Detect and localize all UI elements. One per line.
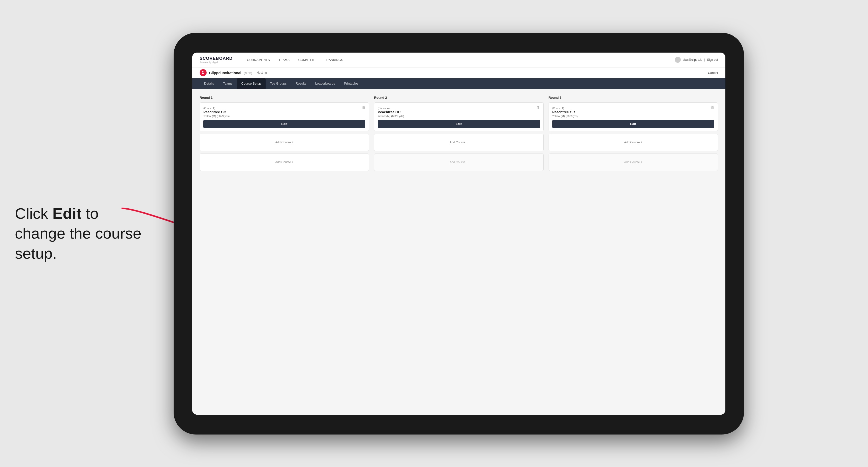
round-3-delete-icon[interactable]: 🗑 <box>710 105 715 110</box>
round-1-course-name: Peachtree GC <box>204 110 365 114</box>
round-3-add-course-label-2: Add Course + <box>624 160 642 164</box>
round-3-course-card: (Course A) Peachtree GC Yellow (M) (6629… <box>549 102 718 131</box>
annotation-bold: Edit <box>53 205 82 222</box>
round-3-add-course-1[interactable]: Add Course + <box>549 134 718 151</box>
nav-teams[interactable]: TEAMS <box>279 58 290 62</box>
tournament-info: C Clippd Invitational (Men) Hosting <box>199 69 267 76</box>
tab-details[interactable]: Details <box>199 79 218 89</box>
tournament-name: Clippd Invitational <box>209 71 241 75</box>
annotation-prefix: Click <box>15 205 53 222</box>
round-3-add-course-2: Add Course + <box>549 154 718 171</box>
round-3-edit-button[interactable]: Edit <box>552 120 714 128</box>
annotation-text: Click Edit to change the course setup. <box>15 204 144 263</box>
round-2-course-label: (Course A) <box>378 107 390 110</box>
tab-teams[interactable]: Teams <box>218 79 237 89</box>
round-3-course-label: (Course A) <box>552 107 564 110</box>
tablet-screen: SCOREBOARD Powered by clippd TOURNAMENTS… <box>192 53 725 415</box>
round-1-add-course-label-1: Add Course + <box>275 141 293 144</box>
round-2-course-name: Peachtree GC <box>378 110 540 114</box>
round-2-course-card: (Course A) Peachtree GC Yellow (M) (6629… <box>374 102 544 131</box>
round-1-column: Round 1 (Course A) Peachtree GC Yellow (… <box>199 96 369 174</box>
tab-tee-groups[interactable]: Tee Groups <box>266 79 291 89</box>
round-1-add-course-label-2: Add Course + <box>275 160 293 164</box>
round-3-add-course-label-1: Add Course + <box>624 141 642 144</box>
round-2-add-course-2: Add Course + <box>374 154 544 171</box>
round-3-column: Round 3 (Course A) Peachtree GC Yellow (… <box>549 96 718 174</box>
logo-title: SCOREBOARD <box>199 56 232 61</box>
user-avatar <box>675 57 681 63</box>
round-3-course-name: Peachtree GC <box>552 110 714 114</box>
round-1-header: Round 1 <box>199 96 369 99</box>
round-2-add-course-label-2: Add Course + <box>450 160 468 164</box>
round-1-course-card: (Course A) Peachtree GC Yellow (M) (6629… <box>199 102 369 131</box>
tab-course-setup[interactable]: Course Setup <box>237 79 266 89</box>
round-1-add-course-1[interactable]: Add Course + <box>199 134 369 151</box>
user-email: blair@clippd.io <box>683 58 702 62</box>
round-3-course-detail: Yellow (M) (6629 yds) <box>552 115 714 118</box>
logo-subtitle: Powered by clippd <box>199 61 232 63</box>
separator: | <box>704 58 705 62</box>
nav-tournaments[interactable]: TOURNAMENTS <box>245 58 270 62</box>
rounds-grid: Round 1 (Course A) Peachtree GC Yellow (… <box>199 96 718 174</box>
nav-rankings[interactable]: RANKINGS <box>327 58 343 62</box>
round-2-add-course-label-1: Add Course + <box>450 141 468 144</box>
tab-leaderboards[interactable]: Leaderboards <box>311 79 340 89</box>
tablet-device: SCOREBOARD Powered by clippd TOURNAMENTS… <box>174 33 744 435</box>
scoreboard-logo: SCOREBOARD Powered by clippd <box>199 56 232 63</box>
sign-out-link[interactable]: Sign out <box>707 58 718 62</box>
round-1-course-detail: Yellow (M) (6629 yds) <box>204 115 365 118</box>
nav-committee[interactable]: COMMITTEE <box>298 58 318 62</box>
round-1-delete-icon[interactable]: 🗑 <box>361 105 366 110</box>
tournament-gender: (Men) <box>244 71 252 75</box>
round-1-edit-button[interactable]: Edit <box>204 120 365 128</box>
nav-links: TOURNAMENTS TEAMS COMMITTEE RANKINGS <box>245 58 665 62</box>
nav-user-area: blair@clippd.io | Sign out <box>675 57 718 63</box>
tournament-bar: C Clippd Invitational (Men) Hosting Canc… <box>192 67 725 79</box>
clippd-logo: C <box>199 69 207 76</box>
tab-results[interactable]: Results <box>291 79 311 89</box>
top-navigation: SCOREBOARD Powered by clippd TOURNAMENTS… <box>192 53 725 67</box>
round-1-course-label: (Course A) <box>204 107 215 110</box>
cancel-button[interactable]: Cancel <box>708 71 718 75</box>
round-2-column: Round 2 (Course A) Peachtree GC Yellow (… <box>374 96 544 174</box>
round-3-header: Round 3 <box>549 96 718 99</box>
round-2-course-detail: Yellow (M) (6629 yds) <box>378 115 540 118</box>
tab-printables[interactable]: Printables <box>340 79 363 89</box>
round-2-edit-button[interactable]: Edit <box>378 120 540 128</box>
round-1-add-course-2[interactable]: Add Course + <box>199 154 369 171</box>
round-2-header: Round 2 <box>374 96 544 99</box>
tabs-bar: Details Teams Course Setup Tee Groups Re… <box>192 79 725 89</box>
round-2-add-course-1[interactable]: Add Course + <box>374 134 544 151</box>
hosting-badge: Hosting <box>257 71 267 74</box>
round-2-delete-icon[interactable]: 🗑 <box>536 105 540 110</box>
content-area: Round 1 (Course A) Peachtree GC Yellow (… <box>192 89 725 415</box>
